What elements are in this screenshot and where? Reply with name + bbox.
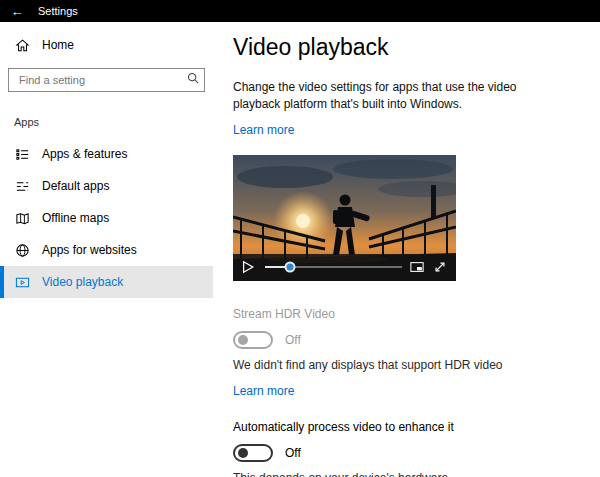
video-controls (233, 254, 456, 281)
sidebar: Home Apps Apps & features Default ap (0, 22, 213, 477)
sidebar-home-label: Home (42, 38, 74, 52)
progress-bar[interactable] (265, 266, 402, 268)
mini-player-icon[interactable] (410, 260, 425, 275)
progress-handle[interactable] (284, 262, 295, 273)
back-icon: ← (11, 4, 24, 19)
enhance-toggle-state: Off (285, 446, 301, 460)
sidebar-item-apps-features[interactable]: Apps & features (0, 138, 213, 170)
hdr-toggle (233, 331, 273, 349)
enhance-toggle-knob (238, 448, 248, 458)
settings-window: ← Settings Home Apps (0, 0, 600, 477)
sidebar-section-apps: Apps (0, 94, 213, 138)
enhance-setting-label: Automatically process video to enhance i… (233, 420, 580, 434)
back-button[interactable]: ← (0, 0, 34, 22)
search-icon[interactable] (186, 71, 200, 89)
sidebar-item-default-apps[interactable]: Default apps (0, 170, 213, 202)
video-playback-icon (14, 274, 30, 290)
play-icon[interactable] (241, 259, 257, 275)
enhance-toggle[interactable] (233, 444, 273, 462)
home-icon (14, 37, 30, 53)
hdr-toggle-knob (238, 335, 248, 345)
search-input[interactable] (17, 73, 186, 87)
sidebar-item-label: Apps for websites (42, 243, 137, 257)
sidebar-item-offline-maps[interactable]: Offline maps (0, 202, 213, 234)
search-box[interactable] (8, 68, 205, 92)
offline-maps-icon (14, 210, 30, 226)
default-apps-icon (14, 178, 30, 194)
window-title: Settings (38, 5, 78, 17)
hdr-note: We didn't find any displays that support… (233, 358, 580, 372)
page-title: Video playback (233, 34, 580, 61)
learn-more-link-hdr[interactable]: Learn more (233, 384, 294, 398)
video-preview[interactable] (233, 155, 456, 281)
sidebar-item-label: Video playback (42, 275, 123, 289)
page-description: Change the video settings for apps that … (233, 79, 563, 114)
enhance-note: This depends on your device's hardware (233, 471, 580, 477)
sidebar-item-label: Offline maps (42, 211, 109, 225)
sidebar-item-home[interactable]: Home (0, 28, 213, 62)
titlebar: ← Settings (0, 0, 600, 22)
sidebar-item-apps-for-websites[interactable]: Apps for websites (0, 234, 213, 266)
hdr-toggle-state: Off (285, 333, 301, 347)
sidebar-item-label: Default apps (42, 179, 109, 193)
apps-for-websites-icon (14, 242, 30, 258)
fullscreen-icon[interactable] (433, 260, 448, 275)
sidebar-item-label: Apps & features (42, 147, 127, 161)
apps-features-icon (14, 146, 30, 162)
sidebar-item-video-playback[interactable]: Video playback (0, 266, 213, 298)
hdr-setting-label: Stream HDR Video (233, 307, 580, 321)
main-content: Video playback Change the video settings… (213, 22, 600, 477)
learn-more-link-main[interactable]: Learn more (233, 123, 294, 137)
